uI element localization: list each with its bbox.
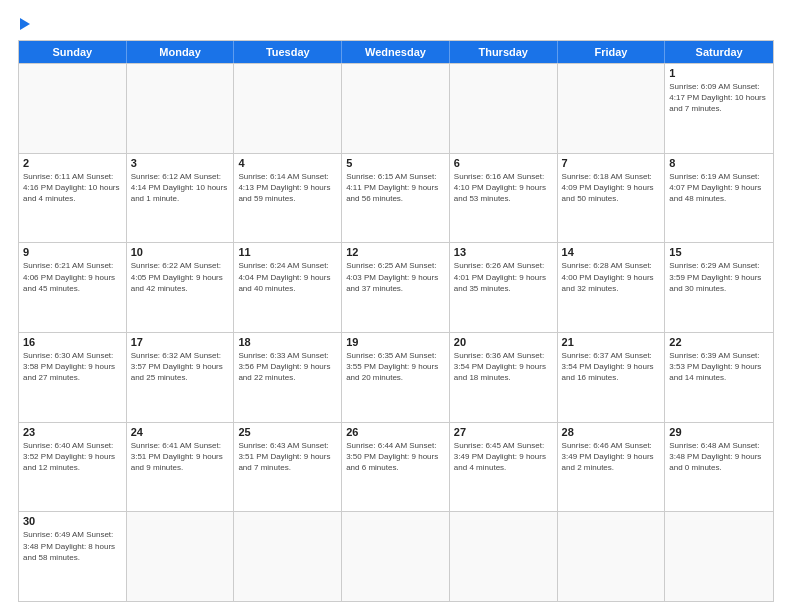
calendar-cell [19,64,127,153]
calendar-cell: 14Sunrise: 6:28 AM Sunset: 4:00 PM Dayli… [558,243,666,332]
calendar-cell [558,64,666,153]
day-info: Sunrise: 6:35 AM Sunset: 3:55 PM Dayligh… [346,350,445,384]
day-number: 5 [346,157,445,169]
day-number: 29 [669,426,769,438]
calendar-cell [127,64,235,153]
logo-triangle-icon [20,18,30,30]
day-info: Sunrise: 6:29 AM Sunset: 3:59 PM Dayligh… [669,260,769,294]
calendar-cell: 30Sunrise: 6:49 AM Sunset: 3:48 PM Dayli… [19,512,127,601]
calendar-cell: 9Sunrise: 6:21 AM Sunset: 4:06 PM Daylig… [19,243,127,332]
day-info: Sunrise: 6:43 AM Sunset: 3:51 PM Dayligh… [238,440,337,474]
header-day-thursday: Thursday [450,41,558,63]
calendar-row-1: 2Sunrise: 6:11 AM Sunset: 4:16 PM Daylig… [19,153,773,243]
day-number: 1 [669,67,769,79]
calendar: SundayMondayTuesdayWednesdayThursdayFrid… [18,40,774,602]
calendar-cell: 1Sunrise: 6:09 AM Sunset: 4:17 PM Daylig… [665,64,773,153]
calendar-cell: 26Sunrise: 6:44 AM Sunset: 3:50 PM Dayli… [342,423,450,512]
calendar-row-4: 23Sunrise: 6:40 AM Sunset: 3:52 PM Dayli… [19,422,773,512]
calendar-cell: 20Sunrise: 6:36 AM Sunset: 3:54 PM Dayli… [450,333,558,422]
day-info: Sunrise: 6:22 AM Sunset: 4:05 PM Dayligh… [131,260,230,294]
calendar-cell: 2Sunrise: 6:11 AM Sunset: 4:16 PM Daylig… [19,154,127,243]
day-number: 15 [669,246,769,258]
day-number: 8 [669,157,769,169]
day-number: 25 [238,426,337,438]
day-number: 20 [454,336,553,348]
calendar-cell: 10Sunrise: 6:22 AM Sunset: 4:05 PM Dayli… [127,243,235,332]
day-info: Sunrise: 6:24 AM Sunset: 4:04 PM Dayligh… [238,260,337,294]
day-info: Sunrise: 6:48 AM Sunset: 3:48 PM Dayligh… [669,440,769,474]
day-number: 13 [454,246,553,258]
day-info: Sunrise: 6:15 AM Sunset: 4:11 PM Dayligh… [346,171,445,205]
calendar-cell [342,64,450,153]
calendar-cell: 5Sunrise: 6:15 AM Sunset: 4:11 PM Daylig… [342,154,450,243]
day-number: 22 [669,336,769,348]
calendar-cell: 16Sunrise: 6:30 AM Sunset: 3:58 PM Dayli… [19,333,127,422]
calendar-cell: 12Sunrise: 6:25 AM Sunset: 4:03 PM Dayli… [342,243,450,332]
day-info: Sunrise: 6:44 AM Sunset: 3:50 PM Dayligh… [346,440,445,474]
day-info: Sunrise: 6:46 AM Sunset: 3:49 PM Dayligh… [562,440,661,474]
page-header [18,18,774,30]
calendar-cell: 21Sunrise: 6:37 AM Sunset: 3:54 PM Dayli… [558,333,666,422]
day-info: Sunrise: 6:37 AM Sunset: 3:54 PM Dayligh… [562,350,661,384]
calendar-body: 1Sunrise: 6:09 AM Sunset: 4:17 PM Daylig… [19,63,773,601]
calendar-header: SundayMondayTuesdayWednesdayThursdayFrid… [19,41,773,63]
day-info: Sunrise: 6:33 AM Sunset: 3:56 PM Dayligh… [238,350,337,384]
day-number: 24 [131,426,230,438]
calendar-cell: 18Sunrise: 6:33 AM Sunset: 3:56 PM Dayli… [234,333,342,422]
calendar-cell: 22Sunrise: 6:39 AM Sunset: 3:53 PM Dayli… [665,333,773,422]
day-info: Sunrise: 6:39 AM Sunset: 3:53 PM Dayligh… [669,350,769,384]
day-info: Sunrise: 6:36 AM Sunset: 3:54 PM Dayligh… [454,350,553,384]
day-info: Sunrise: 6:12 AM Sunset: 4:14 PM Dayligh… [131,171,230,205]
calendar-cell: 4Sunrise: 6:14 AM Sunset: 4:13 PM Daylig… [234,154,342,243]
day-info: Sunrise: 6:09 AM Sunset: 4:17 PM Dayligh… [669,81,769,115]
day-number: 6 [454,157,553,169]
day-number: 16 [23,336,122,348]
header-day-monday: Monday [127,41,235,63]
calendar-cell: 13Sunrise: 6:26 AM Sunset: 4:01 PM Dayli… [450,243,558,332]
day-number: 3 [131,157,230,169]
calendar-row-5: 30Sunrise: 6:49 AM Sunset: 3:48 PM Dayli… [19,511,773,601]
header-day-saturday: Saturday [665,41,773,63]
calendar-cell [450,512,558,601]
calendar-row-3: 16Sunrise: 6:30 AM Sunset: 3:58 PM Dayli… [19,332,773,422]
calendar-cell: 15Sunrise: 6:29 AM Sunset: 3:59 PM Dayli… [665,243,773,332]
day-info: Sunrise: 6:41 AM Sunset: 3:51 PM Dayligh… [131,440,230,474]
day-number: 28 [562,426,661,438]
day-info: Sunrise: 6:11 AM Sunset: 4:16 PM Dayligh… [23,171,122,205]
day-info: Sunrise: 6:30 AM Sunset: 3:58 PM Dayligh… [23,350,122,384]
header-day-friday: Friday [558,41,666,63]
day-number: 30 [23,515,122,527]
day-number: 14 [562,246,661,258]
calendar-cell: 19Sunrise: 6:35 AM Sunset: 3:55 PM Dayli… [342,333,450,422]
calendar-cell: 8Sunrise: 6:19 AM Sunset: 4:07 PM Daylig… [665,154,773,243]
day-number: 21 [562,336,661,348]
day-info: Sunrise: 6:21 AM Sunset: 4:06 PM Dayligh… [23,260,122,294]
day-number: 12 [346,246,445,258]
day-number: 4 [238,157,337,169]
day-info: Sunrise: 6:45 AM Sunset: 3:49 PM Dayligh… [454,440,553,474]
calendar-cell [234,512,342,601]
calendar-cell [558,512,666,601]
day-number: 9 [23,246,122,258]
day-info: Sunrise: 6:19 AM Sunset: 4:07 PM Dayligh… [669,171,769,205]
day-info: Sunrise: 6:16 AM Sunset: 4:10 PM Dayligh… [454,171,553,205]
day-info: Sunrise: 6:40 AM Sunset: 3:52 PM Dayligh… [23,440,122,474]
calendar-cell: 7Sunrise: 6:18 AM Sunset: 4:09 PM Daylig… [558,154,666,243]
calendar-cell: 23Sunrise: 6:40 AM Sunset: 3:52 PM Dayli… [19,423,127,512]
day-number: 17 [131,336,230,348]
day-info: Sunrise: 6:14 AM Sunset: 4:13 PM Dayligh… [238,171,337,205]
calendar-cell [342,512,450,601]
calendar-cell: 24Sunrise: 6:41 AM Sunset: 3:51 PM Dayli… [127,423,235,512]
calendar-cell: 29Sunrise: 6:48 AM Sunset: 3:48 PM Dayli… [665,423,773,512]
calendar-cell [665,512,773,601]
day-number: 10 [131,246,230,258]
day-number: 26 [346,426,445,438]
calendar-row-2: 9Sunrise: 6:21 AM Sunset: 4:06 PM Daylig… [19,242,773,332]
day-info: Sunrise: 6:25 AM Sunset: 4:03 PM Dayligh… [346,260,445,294]
header-day-wednesday: Wednesday [342,41,450,63]
calendar-cell: 3Sunrise: 6:12 AM Sunset: 4:14 PM Daylig… [127,154,235,243]
day-number: 11 [238,246,337,258]
day-info: Sunrise: 6:32 AM Sunset: 3:57 PM Dayligh… [131,350,230,384]
calendar-cell: 28Sunrise: 6:46 AM Sunset: 3:49 PM Dayli… [558,423,666,512]
day-number: 2 [23,157,122,169]
